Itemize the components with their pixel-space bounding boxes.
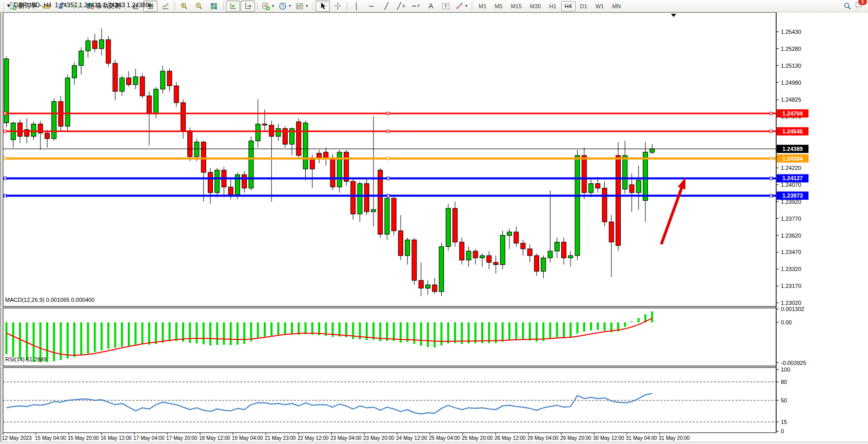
price-label-1.24545: 1.24545: [777, 127, 808, 136]
svg-text:15: 15: [781, 419, 787, 425]
fibonacci-tool-button[interactable]: ┉F: [409, 1, 423, 12]
svg-text:0.001302: 0.001302: [781, 306, 804, 312]
dropdown-caret: ▾: [289, 4, 291, 8]
svg-text:1.23170: 1.23170: [781, 283, 801, 289]
arrows-icon: [456, 2, 463, 10]
svg-text:15 May 04:00: 15 May 04:00: [35, 435, 66, 441]
collapse-quote-icon[interactable]: ▼: [6, 3, 11, 8]
macd-values: 0.001065 0.000400: [46, 297, 94, 303]
crosshair-tool-button[interactable]: [330, 1, 345, 12]
svg-text:1.23020: 1.23020: [781, 300, 801, 306]
svg-text:18 May 12:00: 18 May 12:00: [199, 435, 230, 441]
hline-1.23973[interactable]: [3, 195, 776, 197]
time-axis[interactable]: 12 May 202315 May 04:0015 May 20:0016 Ma…: [2, 433, 690, 441]
tile-windows-button[interactable]: [207, 1, 221, 12]
zoom-in-button[interactable]: [177, 1, 191, 12]
svg-text:-0.003925: -0.003925: [781, 360, 806, 366]
line-chart-icon: [162, 2, 169, 10]
dropdown-caret: ▾: [272, 4, 274, 8]
macd-indicator-label: MACD(12,26,9) 0.001065 0.000400: [5, 297, 94, 303]
window-bottom-edge: [0, 441, 868, 444]
svg-text:29 May 04:00: 29 May 04:00: [527, 435, 559, 441]
zoom-out-button[interactable]: [192, 1, 206, 12]
macd-name: MACD(12,26,9): [5, 297, 44, 303]
svg-text:1.24389: 1.24389: [782, 146, 803, 152]
label-tool-button[interactable]: T: [439, 1, 453, 12]
svg-text:22 May 12:00: 22 May 12:00: [298, 435, 329, 441]
svg-text:1.24304: 1.24304: [782, 156, 803, 162]
svg-text:1.23620: 1.23620: [781, 233, 801, 239]
clock-icon: [279, 2, 287, 10]
search-icon[interactable]: [843, 2, 852, 10]
svg-text:1.24127: 1.24127: [782, 175, 803, 181]
rsi-indicator-label: RSI(14) 61.2849: [5, 356, 47, 362]
trendline-tool-button[interactable]: ╱: [379, 1, 393, 12]
add-indicator-dropdown[interactable]: ▾: [260, 1, 276, 12]
chart-area[interactable]: 1.254301.252801.251301.249801.248251.246…: [0, 12, 868, 444]
timeframe-button-w1[interactable]: W1: [592, 1, 608, 11]
notifications-button[interactable]: 1: [855, 1, 863, 11]
rsi-value: 61.2849: [26, 356, 47, 362]
svg-text:0.00: 0.00: [781, 319, 792, 325]
price-axis[interactable]: 1.254301.252801.251301.249801.248251.246…: [776, 12, 868, 444]
chart-canvas[interactable]: 1.254301.252801.251301.249801.248251.246…: [0, 12, 868, 444]
svg-text:1.23973: 1.23973: [782, 192, 803, 199]
cursor-tool-button[interactable]: [315, 1, 330, 12]
svg-text:21 May 23:00: 21 May 23:00: [265, 435, 296, 441]
price-label-1.24389: 1.24389: [777, 145, 808, 153]
timeframe-button-m15[interactable]: M15: [507, 1, 525, 11]
toolbar-separator: [347, 2, 347, 10]
svg-text:29 May 20:00: 29 May 20:00: [560, 435, 591, 441]
horizontal-line-tool-button[interactable]: ─: [364, 1, 379, 12]
show-axis-button[interactable]: [241, 1, 255, 12]
svg-text:1.23320: 1.23320: [781, 266, 801, 272]
toolbar-separator: [257, 2, 258, 10]
channel-tool-button[interactable]: ╱E: [394, 1, 408, 12]
horizontal-line-icon: ─: [369, 3, 373, 9]
arrows-tool-dropdown[interactable]: ▾: [453, 1, 469, 12]
timeframe-toolbar: M1M5M15M30H1H4D1W1MN: [475, 1, 624, 11]
svg-text:31 May 04:00: 31 May 04:00: [626, 435, 657, 441]
rsi-panel[interactable]: [3, 368, 776, 433]
svg-text:100: 100: [781, 366, 790, 373]
svg-text:T: T: [444, 4, 447, 9]
toolbar-grip[interactable]: [471, 2, 474, 10]
timeframe-button-h1[interactable]: H1: [545, 1, 560, 11]
timeframe-button-m30[interactable]: M30: [526, 1, 544, 11]
dropdown-caret: ▾: [465, 4, 467, 8]
line-chart-type-button[interactable]: [158, 1, 172, 12]
crosshair-icon: [334, 2, 342, 10]
hline-1.24127[interactable]: [3, 177, 776, 180]
vertical-line-tool-button[interactable]: │: [349, 1, 364, 12]
timeframe-button-d1[interactable]: D1: [577, 1, 591, 11]
period-dropdown[interactable]: ▾: [277, 1, 293, 12]
add-indicator-icon: [262, 2, 270, 10]
channel-icon-sub: E: [403, 4, 405, 8]
svg-text:25 May 04:00: 25 May 04:00: [429, 435, 460, 441]
fibonacci-icon: ┉: [412, 3, 416, 9]
timeframe-button-m1[interactable]: M1: [475, 1, 490, 11]
timeframe-button-mn[interactable]: MN: [608, 1, 624, 11]
main-price-panel[interactable]: [3, 12, 776, 306]
text-tool-button[interactable]: A: [424, 1, 438, 12]
notification-badge: 1: [858, 0, 867, 5]
show-indicator-window-button[interactable]: [226, 1, 240, 12]
toolbar-grip[interactable]: [311, 2, 314, 10]
toolbar-grip[interactable]: [3, 2, 5, 10]
macd-panel[interactable]: [3, 308, 776, 366]
template-dropdown[interactable]: ▾: [293, 1, 310, 12]
svg-text:50: 50: [781, 397, 787, 403]
svg-text:17 May 20:00: 17 May 20:00: [166, 435, 198, 441]
hline-1.24304[interactable]: [3, 157, 776, 160]
tile-windows-icon: [210, 2, 218, 10]
zoom-in-icon: [180, 2, 188, 10]
svg-text:25 May 20:00: 25 May 20:00: [462, 435, 493, 441]
svg-text:1.24825: 1.24825: [781, 96, 801, 103]
timeframe-button-m5[interactable]: M5: [491, 1, 506, 11]
timeframe-button-h4[interactable]: H4: [561, 1, 576, 11]
dropdown-caret: ▾: [306, 4, 308, 8]
trendline-icon: ╱: [384, 3, 388, 9]
svg-text:1.24545: 1.24545: [782, 128, 803, 134]
chart-ohlc-quote: 1.24357 1.24431 1.24343 1.24389: [55, 2, 149, 9]
svg-text:0: 0: [781, 428, 784, 434]
